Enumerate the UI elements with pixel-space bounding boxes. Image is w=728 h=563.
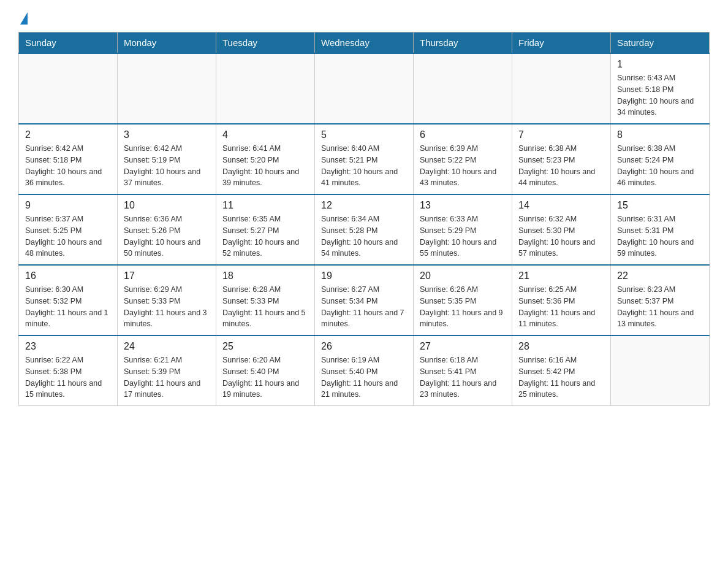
calendar-table: SundayMondayTuesdayWednesdayThursdayFrid…	[18, 32, 710, 406]
day-info: Sunrise: 6:36 AM Sunset: 5:26 PM Dayligh…	[124, 213, 210, 259]
calendar-cell: 8Sunrise: 6:38 AM Sunset: 5:24 PM Daylig…	[611, 124, 710, 194]
day-number: 23	[25, 341, 111, 352]
day-info: Sunrise: 6:38 AM Sunset: 5:24 PM Dayligh…	[617, 143, 703, 189]
calendar-cell	[216, 53, 315, 124]
calendar-cell: 3Sunrise: 6:42 AM Sunset: 5:19 PM Daylig…	[118, 124, 216, 194]
day-info: Sunrise: 6:34 AM Sunset: 5:28 PM Dayligh…	[321, 213, 407, 259]
week-row-4: 16Sunrise: 6:30 AM Sunset: 5:32 PM Dayli…	[19, 265, 710, 335]
calendar-cell	[414, 53, 512, 124]
logo-triangle-icon	[20, 12, 28, 25]
day-info: Sunrise: 6:20 AM Sunset: 5:40 PM Dayligh…	[222, 354, 308, 400]
day-number: 12	[321, 200, 407, 211]
day-number: 28	[518, 341, 604, 352]
day-number: 1	[617, 59, 703, 70]
day-header-sunday: Sunday	[19, 33, 118, 54]
calendar-cell: 23Sunrise: 6:22 AM Sunset: 5:38 PM Dayli…	[19, 335, 118, 406]
calendar-cell: 13Sunrise: 6:33 AM Sunset: 5:29 PM Dayli…	[414, 194, 512, 265]
calendar-cell: 1Sunrise: 6:43 AM Sunset: 5:18 PM Daylig…	[611, 53, 710, 124]
day-info: Sunrise: 6:22 AM Sunset: 5:38 PM Dayligh…	[25, 354, 111, 400]
day-info: Sunrise: 6:33 AM Sunset: 5:29 PM Dayligh…	[420, 213, 506, 259]
day-info: Sunrise: 6:42 AM Sunset: 5:18 PM Dayligh…	[25, 143, 111, 189]
day-number: 2	[25, 129, 111, 140]
calendar-cell: 21Sunrise: 6:25 AM Sunset: 5:36 PM Dayli…	[512, 265, 611, 335]
calendar-header-row: SundayMondayTuesdayWednesdayThursdayFrid…	[19, 33, 710, 54]
page-header	[18, 12, 710, 26]
calendar-cell: 15Sunrise: 6:31 AM Sunset: 5:31 PM Dayli…	[611, 194, 710, 265]
day-number: 5	[321, 129, 407, 140]
day-info: Sunrise: 6:42 AM Sunset: 5:19 PM Dayligh…	[124, 143, 210, 189]
day-number: 3	[124, 129, 210, 140]
day-number: 7	[518, 129, 604, 140]
day-info: Sunrise: 6:37 AM Sunset: 5:25 PM Dayligh…	[25, 213, 111, 259]
calendar-cell: 16Sunrise: 6:30 AM Sunset: 5:32 PM Dayli…	[19, 265, 118, 335]
calendar-cell: 14Sunrise: 6:32 AM Sunset: 5:30 PM Dayli…	[512, 194, 611, 265]
day-number: 8	[617, 129, 703, 140]
day-number: 18	[222, 270, 308, 282]
calendar-cell: 12Sunrise: 6:34 AM Sunset: 5:28 PM Dayli…	[315, 194, 414, 265]
calendar-cell	[118, 53, 216, 124]
calendar-cell: 22Sunrise: 6:23 AM Sunset: 5:37 PM Dayli…	[611, 265, 710, 335]
day-number: 25	[222, 341, 308, 352]
week-row-5: 23Sunrise: 6:22 AM Sunset: 5:38 PM Dayli…	[19, 335, 710, 406]
calendar-cell: 7Sunrise: 6:38 AM Sunset: 5:23 PM Daylig…	[512, 124, 611, 194]
day-header-thursday: Thursday	[414, 33, 512, 54]
day-info: Sunrise: 6:26 AM Sunset: 5:35 PM Dayligh…	[420, 284, 506, 330]
logo	[18, 12, 29, 26]
week-row-2: 2Sunrise: 6:42 AM Sunset: 5:18 PM Daylig…	[19, 124, 710, 194]
calendar-cell: 10Sunrise: 6:36 AM Sunset: 5:26 PM Dayli…	[118, 194, 216, 265]
day-header-saturday: Saturday	[611, 33, 710, 54]
day-info: Sunrise: 6:38 AM Sunset: 5:23 PM Dayligh…	[518, 143, 604, 189]
day-info: Sunrise: 6:27 AM Sunset: 5:34 PM Dayligh…	[321, 284, 407, 330]
day-info: Sunrise: 6:40 AM Sunset: 5:21 PM Dayligh…	[321, 143, 407, 189]
day-info: Sunrise: 6:25 AM Sunset: 5:36 PM Dayligh…	[518, 284, 604, 330]
day-header-friday: Friday	[512, 33, 611, 54]
day-number: 11	[222, 200, 308, 211]
calendar-cell: 19Sunrise: 6:27 AM Sunset: 5:34 PM Dayli…	[315, 265, 414, 335]
day-info: Sunrise: 6:41 AM Sunset: 5:20 PM Dayligh…	[222, 143, 308, 189]
day-number: 6	[420, 129, 506, 140]
calendar-cell: 20Sunrise: 6:26 AM Sunset: 5:35 PM Dayli…	[414, 265, 512, 335]
calendar-cell: 5Sunrise: 6:40 AM Sunset: 5:21 PM Daylig…	[315, 124, 414, 194]
calendar-cell: 17Sunrise: 6:29 AM Sunset: 5:33 PM Dayli…	[118, 265, 216, 335]
day-number: 26	[321, 341, 407, 352]
calendar-cell: 18Sunrise: 6:28 AM Sunset: 5:33 PM Dayli…	[216, 265, 315, 335]
day-number: 27	[420, 341, 506, 352]
calendar-cell	[315, 53, 414, 124]
calendar-cell	[19, 53, 118, 124]
calendar-cell: 26Sunrise: 6:19 AM Sunset: 5:40 PM Dayli…	[315, 335, 414, 406]
calendar-cell: 28Sunrise: 6:16 AM Sunset: 5:42 PM Dayli…	[512, 335, 611, 406]
day-info: Sunrise: 6:35 AM Sunset: 5:27 PM Dayligh…	[222, 213, 308, 259]
day-number: 4	[222, 129, 308, 140]
week-row-1: 1Sunrise: 6:43 AM Sunset: 5:18 PM Daylig…	[19, 53, 710, 124]
day-number: 13	[420, 200, 506, 211]
day-info: Sunrise: 6:39 AM Sunset: 5:22 PM Dayligh…	[420, 143, 506, 189]
calendar-cell: 4Sunrise: 6:41 AM Sunset: 5:20 PM Daylig…	[216, 124, 315, 194]
day-info: Sunrise: 6:16 AM Sunset: 5:42 PM Dayligh…	[518, 354, 604, 400]
day-number: 19	[321, 270, 407, 282]
calendar-cell: 25Sunrise: 6:20 AM Sunset: 5:40 PM Dayli…	[216, 335, 315, 406]
day-info: Sunrise: 6:43 AM Sunset: 5:18 PM Dayligh…	[617, 72, 703, 118]
day-number: 9	[25, 200, 111, 211]
day-number: 24	[124, 341, 210, 352]
day-info: Sunrise: 6:29 AM Sunset: 5:33 PM Dayligh…	[124, 284, 210, 330]
calendar-cell	[512, 53, 611, 124]
calendar-cell: 11Sunrise: 6:35 AM Sunset: 5:27 PM Dayli…	[216, 194, 315, 265]
calendar-cell: 2Sunrise: 6:42 AM Sunset: 5:18 PM Daylig…	[19, 124, 118, 194]
day-info: Sunrise: 6:28 AM Sunset: 5:33 PM Dayligh…	[222, 284, 308, 330]
day-info: Sunrise: 6:30 AM Sunset: 5:32 PM Dayligh…	[25, 284, 111, 330]
day-info: Sunrise: 6:21 AM Sunset: 5:39 PM Dayligh…	[124, 354, 210, 400]
day-info: Sunrise: 6:19 AM Sunset: 5:40 PM Dayligh…	[321, 354, 407, 400]
day-info: Sunrise: 6:31 AM Sunset: 5:31 PM Dayligh…	[617, 213, 703, 259]
calendar-cell: 24Sunrise: 6:21 AM Sunset: 5:39 PM Dayli…	[118, 335, 216, 406]
day-info: Sunrise: 6:32 AM Sunset: 5:30 PM Dayligh…	[518, 213, 604, 259]
day-info: Sunrise: 6:18 AM Sunset: 5:41 PM Dayligh…	[420, 354, 506, 400]
calendar-cell	[611, 335, 710, 406]
day-header-tuesday: Tuesday	[216, 33, 315, 54]
day-number: 17	[124, 270, 210, 282]
day-number: 16	[25, 270, 111, 282]
week-row-3: 9Sunrise: 6:37 AM Sunset: 5:25 PM Daylig…	[19, 194, 710, 265]
day-number: 14	[518, 200, 604, 211]
day-header-monday: Monday	[118, 33, 216, 54]
day-number: 15	[617, 200, 703, 211]
day-number: 20	[420, 270, 506, 282]
